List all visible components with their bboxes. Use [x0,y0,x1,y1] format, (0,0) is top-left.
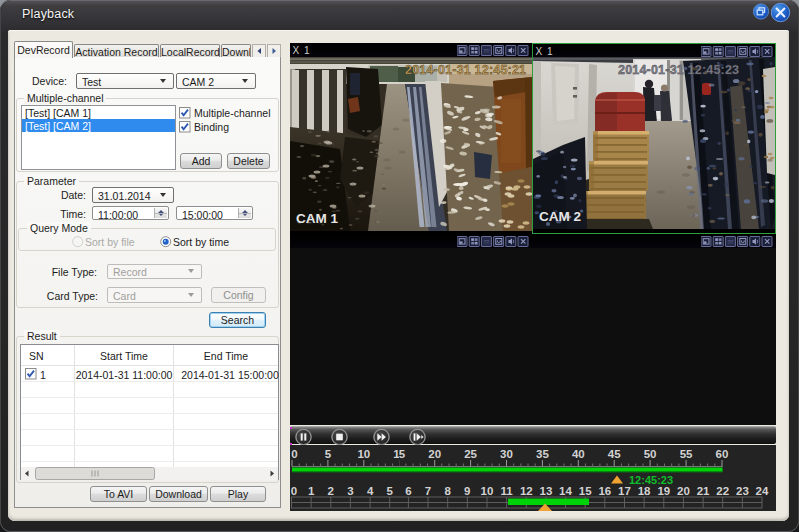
svg-text:22: 22 [716,485,729,497]
svg-text:20: 20 [428,448,441,460]
svg-text:0: 0 [291,448,297,460]
svg-text:15: 15 [579,485,592,497]
svg-text:2014-01-31 12:45:23: 2014-01-31 12:45:23 [618,63,739,77]
svg-text:10: 10 [481,485,494,497]
svg-text:8: 8 [444,485,451,497]
svg-text:40: 40 [572,448,585,460]
svg-text:18: 18 [638,485,651,497]
svg-text:10: 10 [357,448,370,460]
svg-text:2014-01-31 12:45:21: 2014-01-31 12:45:21 [405,63,526,77]
svg-text:25: 25 [464,448,477,460]
svg-text:23: 23 [736,485,749,497]
svg-text:17: 17 [618,485,631,497]
svg-text:14: 14 [559,485,572,497]
svg-text:7: 7 [425,485,431,497]
svg-text:21: 21 [697,485,710,497]
svg-text:1: 1 [308,485,315,497]
svg-text:2: 2 [328,485,334,497]
svg-text:5: 5 [386,485,393,497]
svg-text:45: 45 [608,448,621,460]
svg-text:30: 30 [500,448,513,460]
svg-text:9: 9 [464,485,470,497]
svg-text:5: 5 [325,448,332,460]
svg-text:50: 50 [644,448,657,460]
svg-text:20: 20 [677,485,690,497]
svg-text:4: 4 [367,485,374,497]
svg-text:55: 55 [680,448,693,460]
svg-text:CAM 2: CAM 2 [539,209,581,224]
svg-text:3: 3 [347,485,353,497]
svg-text:19: 19 [657,485,670,497]
svg-text:60: 60 [716,448,729,460]
svg-text:0: 0 [291,485,297,497]
svg-text:24: 24 [756,485,769,497]
svg-text:13: 13 [540,485,553,497]
svg-text:CAM 1: CAM 1 [296,211,338,226]
svg-text:35: 35 [536,448,549,460]
svg-text:12: 12 [520,485,533,497]
svg-text:6: 6 [405,485,411,497]
svg-text:15: 15 [393,448,405,460]
svg-text:16: 16 [598,485,611,497]
svg-text:11: 11 [501,485,514,497]
